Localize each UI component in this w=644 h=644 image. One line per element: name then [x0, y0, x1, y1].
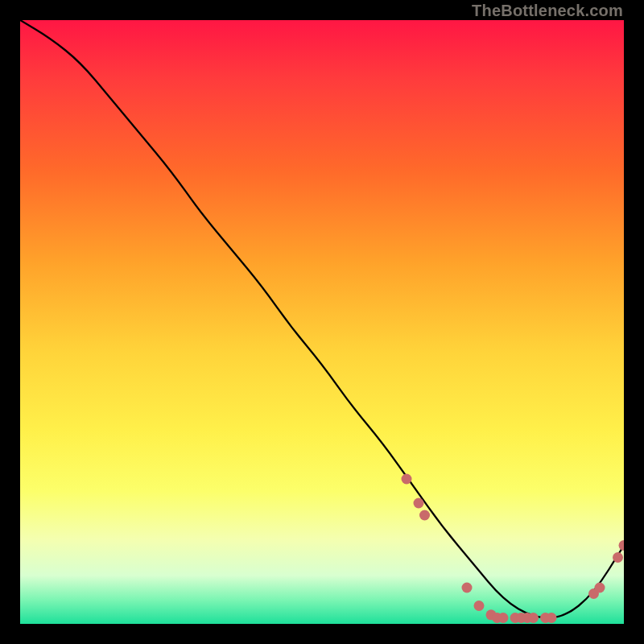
- watermark-label: TheBottleneck.com: [472, 2, 623, 20]
- data-point-marker: [462, 583, 473, 593]
- data-point-marker: [619, 540, 625, 551]
- data-point-marker: [595, 583, 605, 593]
- plot-area: [20, 20, 624, 624]
- data-point-marker: [498, 613, 509, 623]
- data-point-marker: [414, 498, 424, 509]
- data-point-marker: [474, 601, 485, 611]
- data-point-marker: [402, 474, 412, 485]
- bottleneck-curve: [20, 20, 624, 624]
- data-point-marker: [547, 613, 557, 623]
- data-point-marker: [613, 552, 623, 563]
- data-point-marker: [419, 510, 430, 521]
- chart-frame: TheBottleneck.com: [0, 0, 644, 644]
- data-point-marker: [528, 613, 539, 623]
